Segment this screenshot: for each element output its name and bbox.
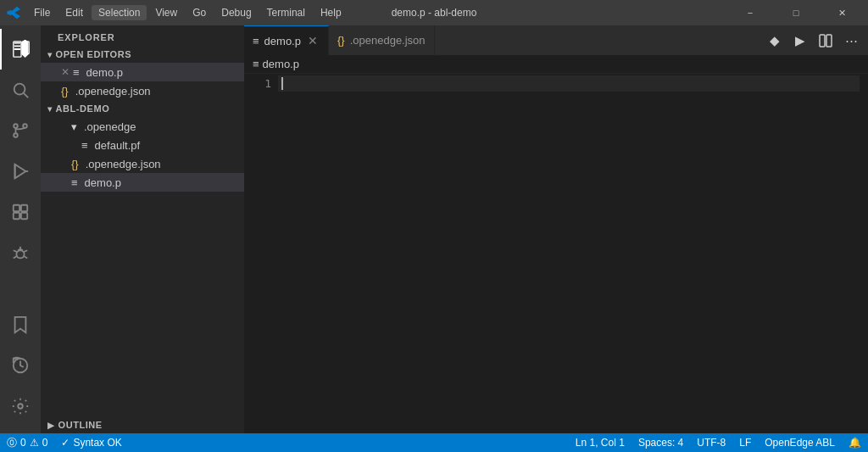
menu-help[interactable]: Help xyxy=(314,5,348,20)
breadcrumb-text: demo.p xyxy=(263,58,299,70)
breadcrumb: ≡ demo.p xyxy=(244,55,868,74)
file-icon-openedge-json: {} xyxy=(61,85,69,98)
activity-run[interactable] xyxy=(0,151,41,192)
editor-area: ≡ demo.p ✕ {} .openedge.json ◆ ▶ xyxy=(244,25,868,433)
statusbar-spaces[interactable]: Spaces: 4 xyxy=(632,433,690,452)
menu-go[interactable]: Go xyxy=(186,5,213,20)
statusbar-notification[interactable]: 🔔 xyxy=(842,433,868,452)
tabs-toolbar-row: ≡ demo.p ✕ {} .openedge.json ◆ ▶ xyxy=(244,25,868,55)
activity-bookmark[interactable] xyxy=(0,304,41,345)
maximize-button[interactable]: □ xyxy=(776,0,815,25)
outline-section[interactable]: ▶ Outline xyxy=(41,416,244,433)
statusbar-syntax[interactable]: ✓ Syntax OK xyxy=(54,433,128,452)
line-numbers: 1 xyxy=(244,74,278,433)
svg-point-15 xyxy=(16,250,24,258)
close-button[interactable]: ✕ xyxy=(822,0,861,25)
menu-file[interactable]: File xyxy=(27,5,57,20)
editor-line-1[interactable] xyxy=(278,75,860,92)
menu-bar: File Edit Selection View Go Debug Termin… xyxy=(27,5,348,20)
language-label: OpenEdge ABL xyxy=(765,437,835,449)
statusbar-cursor[interactable]: Ln 1, Col 1 xyxy=(569,433,632,452)
project-chevron: ▾ xyxy=(47,104,53,114)
close-file-icon[interactable]: ✕ xyxy=(61,66,70,78)
open-editor-openedge-json-label: .openedge.json xyxy=(75,85,151,98)
editor-content[interactable]: 1 xyxy=(244,74,868,433)
activity-extensions[interactable] xyxy=(0,192,41,232)
svg-line-19 xyxy=(24,256,28,259)
tab-openedge-json[interactable]: {} .openedge.json xyxy=(329,25,435,55)
activity-search[interactable] xyxy=(0,70,41,110)
folder-openedge[interactable]: ▾ .openedge xyxy=(41,117,244,136)
more-button[interactable]: ⋯ xyxy=(839,31,863,51)
menu-selection[interactable]: Selection xyxy=(92,5,147,20)
statusbar-right: Ln 1, Col 1 Spaces: 4 UTF-8 LF OpenEdge … xyxy=(569,433,868,452)
file-tree: ▾ .openedge ≡ default.pf {} .openedge.js… xyxy=(41,117,244,416)
svg-line-17 xyxy=(24,250,28,252)
open-editor-openedge-json[interactable]: {} .openedge.json xyxy=(41,81,244,100)
editor-lines[interactable] xyxy=(278,74,860,433)
tab-close-demo-p[interactable]: ✕ xyxy=(306,33,320,48)
line-ending-label: LF xyxy=(739,437,751,449)
outline-label: Outline xyxy=(58,420,103,430)
window-controls: − □ ✕ xyxy=(731,0,861,25)
activity-source-control[interactable] xyxy=(0,110,41,151)
text-cursor xyxy=(281,77,283,90)
svg-point-6 xyxy=(23,124,27,128)
file-openedge-json[interactable]: {} .openedge.json xyxy=(41,154,244,173)
minimize-button[interactable]: − xyxy=(731,0,770,25)
layout-button[interactable] xyxy=(814,31,837,51)
titlebar: File Edit Selection View Go Debug Termin… xyxy=(0,0,868,25)
statusbar-errors[interactable]: ⓪ 0 ⚠ 0 xyxy=(0,433,54,452)
error-count: 0 xyxy=(20,437,26,449)
activity-settings[interactable] xyxy=(0,386,41,427)
project-section[interactable]: ▾ ABL-DEMO xyxy=(41,100,244,117)
cursor-position: Ln 1, Col 1 xyxy=(576,437,625,449)
activity-debug[interactable] xyxy=(0,232,41,273)
tab-icon-demo-p: ≡ xyxy=(253,35,259,47)
statusbar-line-ending[interactable]: LF xyxy=(732,433,758,452)
open-editor-demo-p[interactable]: ✕ ≡ demo.p xyxy=(41,63,244,81)
statusbar: ⓪ 0 ⚠ 0 ✓ Syntax OK Ln 1, Col 1 Spaces: … xyxy=(0,433,868,452)
window-title: demo.p - abl-demo xyxy=(392,7,477,19)
menu-terminal[interactable]: Terminal xyxy=(260,5,312,20)
open-editor-demo-p-label: demo.p xyxy=(86,66,123,79)
file-default-pf-label: default.pf xyxy=(95,139,141,152)
activity-explorer[interactable] xyxy=(0,29,41,70)
open-editors-label: Open Editors xyxy=(56,49,132,59)
activity-bar-bottom xyxy=(0,304,41,433)
open-editors-section[interactable]: ▾ Open Editors xyxy=(41,46,244,63)
vscode-logo xyxy=(7,6,20,20)
run-button[interactable]: ▶ xyxy=(788,31,812,51)
file-default-pf[interactable]: ≡ default.pf xyxy=(41,136,244,154)
project-label: ABL-DEMO xyxy=(56,103,110,114)
line-number-1: 1 xyxy=(251,75,271,92)
tab-demo-p[interactable]: ≡ demo.p ✕ xyxy=(244,25,329,55)
svg-line-16 xyxy=(14,250,18,252)
statusbar-encoding[interactable]: UTF-8 xyxy=(690,433,732,452)
svg-point-2 xyxy=(14,84,25,95)
file-demo-p-label: demo.p xyxy=(85,176,121,189)
outline-chevron: ▶ xyxy=(47,421,55,430)
warning-count: 0 xyxy=(42,437,48,449)
statusbar-language[interactable]: OpenEdge ABL xyxy=(758,433,842,452)
menu-debug[interactable]: Debug xyxy=(214,5,258,20)
breadcrumb-icon: ≡ xyxy=(253,58,259,70)
statusbar-left: ⓪ 0 ⚠ 0 ✓ Syntax OK xyxy=(0,433,129,452)
check-icon: ✓ xyxy=(61,437,70,449)
svg-line-18 xyxy=(14,256,18,259)
syntax-status: Syntax OK xyxy=(73,437,121,449)
menu-edit[interactable]: Edit xyxy=(58,5,90,20)
menu-view[interactable]: View xyxy=(148,5,184,20)
svg-rect-23 xyxy=(820,35,825,47)
file-icon-demo-p-tree: ≡ xyxy=(71,176,78,189)
activity-history[interactable] xyxy=(0,345,41,386)
notification-bell-icon: 🔔 xyxy=(849,437,861,449)
svg-marker-8 xyxy=(15,165,26,179)
diamond-button[interactable]: ◆ xyxy=(763,31,787,51)
vertical-scrollbar[interactable] xyxy=(860,74,868,433)
open-editors-chevron: ▾ xyxy=(47,50,53,59)
tab-label-demo-p: demo.p xyxy=(264,35,301,47)
svg-point-5 xyxy=(14,133,18,137)
folder-chevron-icon: ▾ xyxy=(71,120,77,133)
file-demo-p[interactable]: ≡ demo.p xyxy=(41,173,244,192)
